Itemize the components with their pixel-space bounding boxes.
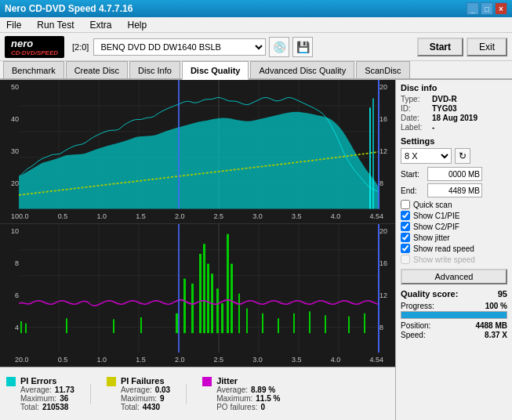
- show-c1-pie-label: Show C1/PIE: [413, 212, 459, 220]
- pi-errors-color: [6, 377, 16, 386]
- show-read-speed-checkbox[interactable]: [401, 244, 410, 253]
- progress-label: Progress:: [401, 302, 434, 310]
- bottom-chart-y-left: 108642: [0, 224, 19, 368]
- pi-failures-total: Total: 4430: [121, 403, 170, 411]
- svg-rect-39: [203, 244, 205, 333]
- jitter-max: Maximum: 11.5 %: [216, 394, 280, 403]
- tab-disc-quality[interactable]: Disc Quality: [182, 61, 249, 80]
- pi-failures-color: [107, 377, 116, 386]
- pi-failures-label: PI Failures: [121, 376, 170, 386]
- tab-scan-disc[interactable]: ScanDisc: [356, 61, 409, 78]
- quality-score-value: 95: [498, 289, 507, 299]
- svg-rect-44: [227, 234, 229, 333]
- show-jitter-label: Show jitter: [413, 234, 450, 242]
- start-button[interactable]: Start: [417, 38, 463, 56]
- speed-row: 8 X ↻: [401, 148, 507, 164]
- progress-bar-inner: [401, 312, 507, 318]
- menu-help[interactable]: Help: [125, 18, 151, 32]
- divider-2: [186, 384, 187, 404]
- svg-rect-54: [364, 313, 365, 332]
- legend-pi-errors: PI Errors Average: 11.73 Maximum: 36 Tot…: [6, 376, 74, 411]
- svg-rect-42: [216, 288, 219, 333]
- svg-rect-40: [207, 263, 209, 333]
- drive-select[interactable]: BENQ DVD DD DW1640 BSLB: [93, 38, 266, 56]
- nero-brand-text: nero: [11, 38, 33, 49]
- title-text: Nero CD-DVD Speed 4.7.7.16: [5, 3, 133, 14]
- legend-jitter: Jitter Average: 8.89 % Maximum: 11.5 % P…: [202, 376, 280, 411]
- tab-advanced-disc-quality[interactable]: Advanced Disc Quality: [250, 61, 354, 78]
- svg-rect-36: [183, 278, 186, 333]
- drive-label: [2:0]: [72, 42, 89, 52]
- quality-score-label: Quality score:: [401, 289, 458, 299]
- disc-id-row: ID: TYG03: [401, 104, 507, 113]
- start-mb-row: Start:: [401, 167, 507, 181]
- bottom-chart: 108642 20161284: [0, 224, 395, 368]
- top-chart-y-left: 5040302010: [0, 80, 19, 223]
- bottom-chart-svg: [19, 224, 379, 353]
- jitter-color: [202, 377, 212, 386]
- speed-prog-label: Speed:: [401, 331, 426, 339]
- top-chart-svg: [19, 80, 379, 209]
- show-c1-pie-checkbox[interactable]: [401, 211, 410, 220]
- label-value: -: [432, 123, 434, 132]
- start-mb-label: Start:: [401, 170, 424, 179]
- svg-rect-38: [199, 253, 202, 332]
- charts-area: 5040302010 20161284: [0, 80, 396, 420]
- quality-score-row: Quality score: 95: [401, 289, 507, 299]
- position-label: Position:: [401, 321, 430, 330]
- advanced-button[interactable]: Advanced: [401, 269, 507, 284]
- tab-bar: Benchmark Create Disc Disc Info Disc Qua…: [0, 61, 512, 80]
- svg-rect-49: [278, 318, 279, 333]
- maximize-button[interactable]: □: [481, 2, 493, 15]
- bottom-chart-svg-area: [19, 224, 379, 353]
- window-controls: _ □ ×: [467, 2, 507, 15]
- show-write-speed-checkbox: [401, 255, 410, 264]
- menu-file[interactable]: File: [3, 18, 24, 32]
- svg-rect-34: [140, 317, 142, 332]
- position-row: Position: 4488 MB: [401, 321, 507, 330]
- show-c1-pie-row: Show C1/PIE: [401, 211, 507, 220]
- label-label: Label:: [401, 123, 432, 132]
- top-chart-x-labels: 0.00.51.01.52.02.53.03.54.04.5: [19, 209, 379, 223]
- show-jitter-checkbox[interactable]: [401, 233, 410, 242]
- show-c2-pif-label: Show C2/PIF: [413, 223, 459, 231]
- show-c2-pif-row: Show C2/PIF: [401, 222, 507, 231]
- quick-scan-checkbox[interactable]: [401, 200, 410, 209]
- svg-rect-47: [246, 308, 248, 333]
- jitter-label: Jitter: [216, 376, 280, 386]
- exit-button[interactable]: Exit: [467, 38, 507, 56]
- progress-row: Progress: 100 %: [401, 302, 507, 310]
- end-mb-input[interactable]: [427, 183, 482, 197]
- speed-prog-value: 8.37 X: [485, 331, 507, 339]
- pi-errors-label: PI Errors: [20, 376, 74, 386]
- tab-disc-info[interactable]: Disc Info: [129, 61, 180, 78]
- show-read-speed-row: Show read speed: [401, 244, 507, 253]
- position-value: 4488 MB: [475, 321, 507, 330]
- tab-benchmark[interactable]: Benchmark: [3, 61, 64, 78]
- speed-select[interactable]: 8 X: [401, 148, 452, 164]
- side-panel: Disc info Type: DVD-R ID: TYG03 Date: 18…: [396, 80, 512, 420]
- pi-errors-max: Maximum: 36: [20, 394, 74, 403]
- save-button[interactable]: 💾: [292, 37, 313, 57]
- tab-create-disc[interactable]: Create Disc: [66, 61, 128, 78]
- close-button[interactable]: ×: [495, 2, 507, 15]
- speed-row-prog: Speed: 8.37 X: [401, 331, 507, 339]
- minimize-button[interactable]: _: [467, 2, 479, 15]
- menu-extra[interactable]: Extra: [86, 18, 114, 32]
- pi-errors-total: Total: 210538: [20, 403, 74, 411]
- menu-run-test[interactable]: Run Test: [34, 18, 77, 32]
- quick-scan-row: Quick scan: [401, 200, 507, 209]
- type-label: Type:: [401, 95, 432, 103]
- end-mb-row: End:: [401, 183, 507, 197]
- refresh-button[interactable]: ↻: [455, 148, 470, 164]
- disc-icon-button[interactable]: 💿: [269, 37, 289, 57]
- start-mb-input[interactable]: [427, 167, 482, 181]
- show-c2-pif-checkbox[interactable]: [401, 222, 410, 231]
- show-write-speed-label: Show write speed: [413, 255, 475, 264]
- svg-rect-32: [66, 318, 67, 333]
- svg-rect-53: [348, 316, 350, 333]
- show-read-speed-label: Show read speed: [413, 244, 474, 253]
- show-jitter-row: Show jitter: [401, 233, 507, 242]
- progress-value: 100 %: [485, 302, 507, 310]
- svg-rect-43: [221, 303, 223, 333]
